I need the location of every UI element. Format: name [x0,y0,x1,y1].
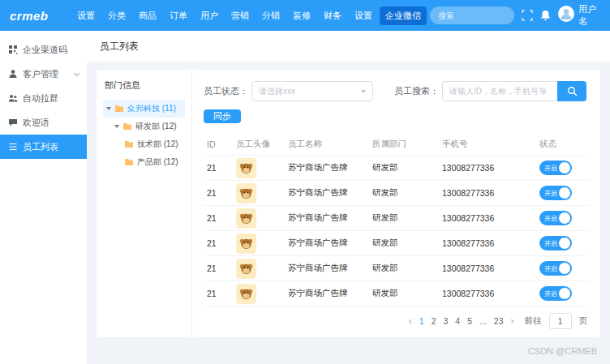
page-title: 员工列表 [100,40,139,54]
cell-id: 21 [207,188,236,198]
tree-node-rd-dept[interactable]: 研发部 (12) [111,118,185,135]
page-23[interactable]: 23 [494,316,504,326]
table-row: 21 苏宁商场广告牌 研发部 13008277336 开启 [204,256,589,281]
toggle-knob [559,288,570,299]
nav-item-wecom[interactable]: 企业微信 [380,6,427,25]
page-ellipsis[interactable]: ... [479,316,487,326]
page-3[interactable]: 3 [444,316,449,326]
username-label: 用户名 [578,3,600,28]
search-icon [567,86,578,96]
sync-button[interactable]: 同步 [204,109,241,123]
cell-dept: 研发部 [372,288,442,299]
prev-page-button[interactable]: ‹ [409,316,412,326]
main-layout: 企业渠道码 客户管理 自动拉群 欢迎语 员工列表 员工列表 部门信息 [0,31,610,364]
cell-phone: 13008277336 [442,213,539,223]
nav-item-category[interactable]: 分类 [102,6,131,25]
tree-node-label: 技术部 (12) [137,139,178,150]
sidebar-item-label: 欢迎语 [23,117,49,129]
chat-icon [8,118,18,127]
cell-id: 21 [207,213,236,223]
col-status: 状态 [539,139,592,150]
cell-avatar [236,208,288,229]
toggle-knob [559,212,570,224]
col-avatar: 员工头像 [236,139,288,150]
expand-arrow-icon[interactable] [106,107,111,110]
employee-avatar [236,284,256,304]
page-4[interactable]: 4 [455,316,460,326]
page-5[interactable]: 5 [467,316,472,326]
page-2[interactable]: 2 [432,316,436,326]
nav-item-distribution[interactable]: 分销 [256,6,286,25]
cell-avatar [236,284,288,304]
nav-item-settings-2[interactable]: 设置 [349,6,378,25]
status-select-placeholder: 请选择xxx [259,86,295,97]
sidebar-item-customer-mgmt[interactable]: 客户管理 [0,62,87,86]
status-toggle[interactable]: 开启 [539,236,572,251]
list-icon [8,142,18,152]
nav-item-marketing[interactable]: 营销 [226,6,255,25]
nav-item-user[interactable]: 用户 [195,6,224,25]
col-name: 员工名称 [288,139,372,150]
table-row: 21 苏宁商场广告牌 研发部 13008277336 开启 [204,206,589,231]
cell-phone: 13008277336 [442,188,539,198]
cell-phone: 13008277336 [442,238,539,248]
group-icon [8,93,18,103]
tree-node-tech-dept[interactable]: 技术部 (12) [121,135,185,153]
nav-item-order[interactable]: 订单 [164,6,193,25]
next-page-button[interactable]: › [511,316,514,326]
department-panel-title: 部门信息 [103,79,185,92]
folder-icon [114,105,124,113]
toggle-knob [559,238,570,249]
nav-item-decoration[interactable]: 装修 [287,6,316,25]
breadcrumb: 员工列表 [87,31,610,62]
sidebar: 企业渠道码 客户管理 自动拉群 欢迎语 员工列表 [0,31,87,364]
cell-phone: 13008277336 [442,289,539,298]
nav-item-product[interactable]: 商品 [133,6,162,25]
cell-name: 苏宁商场广告牌 [288,162,372,173]
goto-page-input[interactable] [549,313,572,329]
work-area: 员工状态： 请选择xxx 员工搜索： 同步 ID 员 [192,70,600,337]
status-select[interactable]: 请选择xxx [251,81,373,101]
status-toggle[interactable]: 开启 [539,286,572,301]
sidebar-item-channel-code[interactable]: 企业渠道码 [0,37,87,62]
nav-item-finance[interactable]: 财务 [318,6,347,25]
cell-avatar [236,233,288,254]
expand-arrow-icon[interactable] [114,125,119,128]
user-menu[interactable]: 用户名 [558,3,600,28]
sidebar-item-welcome-msg[interactable]: 欢迎语 [0,110,87,135]
cell-avatar [236,183,288,203]
cell-avatar [236,158,288,178]
search-button[interactable] [557,81,586,101]
pagination: ‹ 1 2 3 4 5 ... 23 › 前往 页 [204,306,589,332]
employee-avatar [236,208,256,229]
cell-avatar [236,259,288,279]
cell-dept: 研发部 [372,238,442,249]
nav-item-settings[interactable]: 设置 [71,6,101,25]
cell-id: 21 [207,289,236,298]
status-toggle[interactable]: 开启 [539,161,572,175]
cell-dept: 研发部 [372,212,442,224]
bell-icon[interactable] [540,10,551,21]
cell-dept: 研发部 [372,187,442,199]
employee-avatar [236,259,256,279]
cell-name: 苏宁商场广告牌 [288,288,372,299]
fullscreen-icon[interactable] [522,10,533,21]
status-toggle[interactable]: 开启 [539,211,572,225]
page-1[interactable]: 1 [419,316,424,326]
sidebar-item-auto-group[interactable]: 自动拉群 [0,86,87,110]
col-id: ID [207,139,236,149]
chevron-down-icon [361,90,366,93]
person-icon [8,69,18,79]
tree-node-company[interactable]: 众邦科技 (11) [103,100,185,118]
toggle-knob [559,162,570,173]
tree-node-label: 研发部 (12) [135,121,177,132]
tree-node-product-dept[interactable]: 产品部 (12) [121,153,185,171]
global-search-input[interactable] [430,6,514,24]
cell-id: 21 [207,238,236,248]
cell-phone: 13008277336 [442,263,539,273]
status-toggle[interactable]: 开启 [539,261,572,276]
sidebar-item-employee-list[interactable]: 员工列表 [0,135,87,159]
status-toggle[interactable]: 开启 [539,186,572,200]
qr-code-icon [8,45,18,54]
employee-search-input[interactable] [442,81,557,101]
